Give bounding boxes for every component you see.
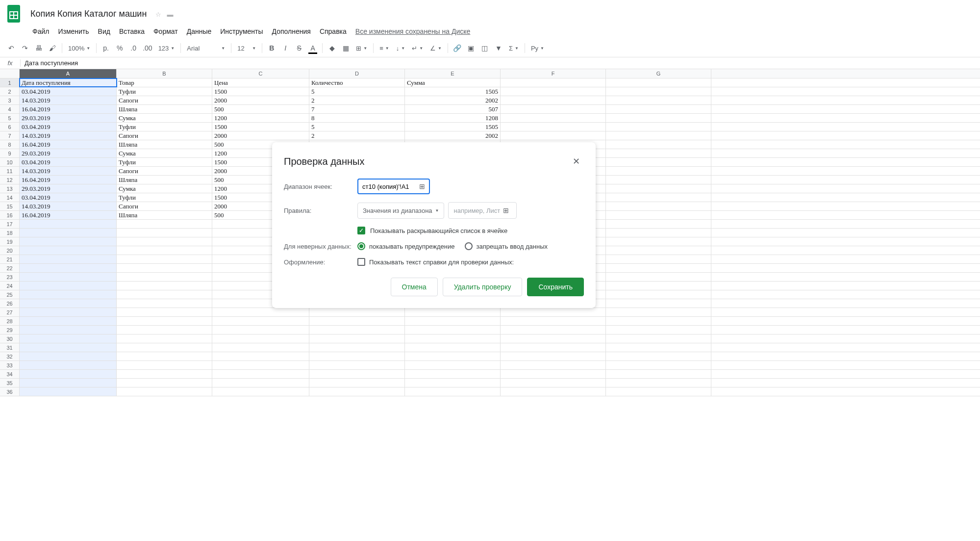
row-header[interactable]: 26 — [0, 299, 20, 308]
row-header[interactable]: 15 — [0, 202, 20, 210]
cell[interactable] — [20, 237, 117, 246]
col-header-b[interactable]: B — [117, 69, 212, 78]
row-header[interactable]: 25 — [0, 290, 20, 299]
sheets-logo[interactable] — [4, 4, 24, 24]
cell[interactable]: Туфли — [117, 158, 212, 166]
row-header[interactable]: 1 — [0, 78, 20, 87]
cell[interactable] — [606, 264, 711, 272]
row-header[interactable]: 18 — [0, 229, 20, 237]
row-header[interactable]: 16 — [0, 211, 20, 219]
cell[interactable] — [606, 317, 711, 325]
cell[interactable]: Сумка — [117, 114, 212, 122]
row-header[interactable]: 9 — [0, 149, 20, 157]
cell[interactable] — [606, 335, 711, 343]
cell[interactable]: 8 — [309, 114, 405, 122]
functions-dropdown[interactable]: Σ▼ — [506, 43, 522, 54]
cell[interactable] — [501, 105, 606, 113]
language-dropdown[interactable]: Py▼ — [528, 43, 547, 54]
cell[interactable] — [117, 335, 212, 343]
row-header[interactable]: 19 — [0, 237, 20, 246]
cell[interactable] — [20, 317, 117, 325]
cell[interactable] — [212, 343, 309, 352]
cell[interactable] — [117, 326, 212, 334]
cell[interactable] — [606, 140, 711, 149]
cell[interactable]: 03.04.2019 — [20, 158, 117, 166]
cell[interactable] — [501, 123, 606, 131]
cell[interactable] — [117, 370, 212, 378]
cell[interactable] — [405, 308, 501, 316]
cell[interactable] — [606, 379, 711, 387]
cell[interactable]: Шляпа — [117, 211, 212, 219]
row-header[interactable]: 14 — [0, 193, 20, 202]
zoom-dropdown[interactable]: 100%▼ — [65, 43, 93, 54]
cell[interactable]: 1208 — [405, 114, 501, 122]
font-size-dropdown[interactable]: 12▼ — [234, 43, 259, 54]
cell[interactable]: 5 — [309, 123, 405, 131]
bold-icon[interactable]: B — [265, 41, 278, 55]
filter-icon[interactable]: ▼ — [492, 41, 505, 55]
cell[interactable] — [501, 326, 606, 334]
menu-help[interactable]: Справка — [316, 26, 351, 37]
cell[interactable] — [20, 335, 117, 343]
cell[interactable] — [501, 78, 606, 87]
cell[interactable]: Цена — [212, 78, 309, 87]
cell[interactable]: Туфли — [117, 193, 212, 202]
cell[interactable] — [606, 229, 711, 237]
select-all-corner[interactable] — [0, 69, 20, 78]
cell[interactable] — [212, 326, 309, 334]
cell[interactable] — [606, 114, 711, 122]
cell[interactable] — [606, 220, 711, 228]
h-align-dropdown[interactable]: ≡▼ — [377, 43, 392, 54]
rotate-dropdown[interactable]: ∠▼ — [427, 43, 445, 54]
cell[interactable] — [606, 211, 711, 219]
cell[interactable] — [117, 308, 212, 316]
row-header[interactable]: 29 — [0, 326, 20, 334]
cell[interactable]: Товар — [117, 78, 212, 87]
cell[interactable] — [606, 87, 711, 96]
cell[interactable]: 2002 — [405, 96, 501, 104]
remove-validation-button[interactable]: Удалить проверку — [443, 278, 523, 296]
row-header[interactable]: 24 — [0, 282, 20, 290]
cell[interactable] — [309, 361, 405, 369]
range-input-box[interactable]: ⊞ — [357, 179, 430, 194]
row-header[interactable]: 3 — [0, 96, 20, 104]
percent-icon[interactable]: % — [113, 41, 126, 55]
cell[interactable] — [501, 370, 606, 378]
cell[interactable] — [606, 290, 711, 299]
cell[interactable]: 1200 — [212, 114, 309, 122]
menu-format[interactable]: Формат — [150, 26, 182, 37]
cell[interactable]: Сумка — [117, 184, 212, 193]
cell[interactable] — [606, 78, 711, 87]
cell[interactable] — [405, 335, 501, 343]
grid-select-icon[interactable]: ⊞ — [419, 182, 425, 190]
cell[interactable]: 16.04.2019 — [20, 211, 117, 219]
cell[interactable] — [117, 264, 212, 272]
cell[interactable] — [212, 308, 309, 316]
cell[interactable]: 14.03.2019 — [20, 202, 117, 210]
row-header[interactable]: 23 — [0, 273, 20, 281]
cell[interactable] — [501, 335, 606, 343]
fx-label[interactable]: fx — [0, 59, 21, 67]
grid-select-icon-2[interactable]: ⊞ — [503, 206, 509, 214]
cell[interactable] — [117, 379, 212, 387]
print-icon[interactable]: 🖶 — [32, 41, 45, 55]
row-header[interactable]: 20 — [0, 246, 20, 255]
range-input[interactable] — [362, 183, 419, 190]
cell[interactable]: Количество — [309, 78, 405, 87]
cell[interactable] — [212, 317, 309, 325]
row-header[interactable]: 5 — [0, 114, 20, 122]
cell[interactable] — [606, 149, 711, 157]
cell[interactable] — [117, 237, 212, 246]
cell[interactable] — [117, 361, 212, 369]
cell[interactable] — [117, 229, 212, 237]
cell[interactable] — [606, 352, 711, 361]
cell[interactable]: 03.04.2019 — [20, 193, 117, 202]
row-header[interactable]: 10 — [0, 158, 20, 166]
cell[interactable] — [20, 282, 117, 290]
row-header[interactable]: 36 — [0, 387, 20, 396]
cell[interactable] — [606, 273, 711, 281]
menu-edit[interactable]: Изменить — [54, 26, 93, 37]
cell[interactable] — [501, 308, 606, 316]
cell[interactable] — [501, 317, 606, 325]
cell[interactable] — [309, 343, 405, 352]
